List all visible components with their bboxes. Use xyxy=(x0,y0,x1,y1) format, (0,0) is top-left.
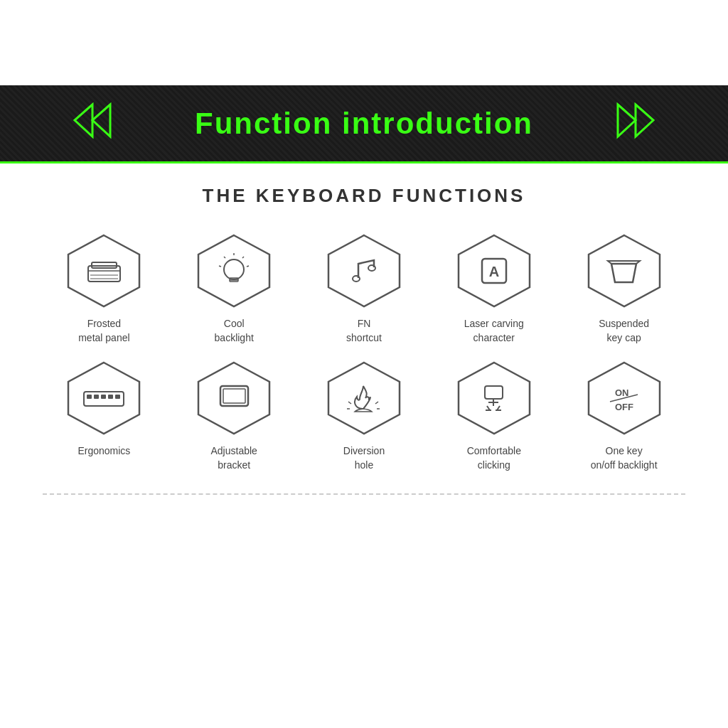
feature-label-frosted-metal: Frostedmetal panel xyxy=(78,317,129,345)
content-area: THE KEYBOARD FUNCTIONS Frostedmetal pane… xyxy=(0,164,728,509)
section-title: THE KEYBOARD FUNCTIONS xyxy=(43,185,685,207)
divider-line xyxy=(43,493,685,495)
svg-marker-2 xyxy=(618,105,636,136)
svg-point-20 xyxy=(353,276,360,282)
svg-marker-1 xyxy=(92,105,110,136)
feature-label-one-key-onoff: One keyon/off backlight xyxy=(591,444,658,472)
left-arrow-icon xyxy=(71,101,121,146)
svg-rect-29 xyxy=(94,395,99,399)
feature-comfortable-clicking: Comfortableclicking xyxy=(432,359,555,472)
features-grid: Frostedmetal panel xyxy=(43,232,685,472)
svg-marker-3 xyxy=(636,105,653,136)
feature-ergonomics: Ergonomics xyxy=(43,359,166,472)
feature-adjustable-bracket: Adjustablebracket xyxy=(173,359,296,472)
svg-rect-28 xyxy=(87,395,92,399)
page-title: Function introduction xyxy=(195,107,533,141)
feature-frosted-metal: Frostedmetal panel xyxy=(43,232,166,345)
svg-marker-0 xyxy=(75,105,92,136)
feature-suspended-key: Suspendedkey cap xyxy=(562,232,685,345)
svg-rect-31 xyxy=(108,395,113,399)
top-white-bar xyxy=(0,0,728,85)
feature-laser-carving: A Laser carvingcharacter xyxy=(432,232,555,345)
feature-label-laser-carving: Laser carvingcharacter xyxy=(464,317,524,345)
svg-line-18 xyxy=(219,266,221,267)
hexagon-ergonomics xyxy=(61,359,146,437)
hexagon-laser-carving: A xyxy=(451,232,537,310)
svg-text:OFF: OFF xyxy=(615,402,633,412)
feature-label-fn-shortcut: FNshortcut xyxy=(346,317,382,345)
right-arrow-icon xyxy=(607,101,657,146)
hexagon-diversion-hole xyxy=(321,359,407,437)
svg-point-11 xyxy=(224,259,244,279)
svg-rect-42 xyxy=(485,386,503,399)
svg-line-17 xyxy=(224,257,225,258)
hexagon-fn-shortcut xyxy=(321,232,407,310)
hexagon-one-key-onoff: ON OFF xyxy=(582,359,667,437)
svg-rect-35 xyxy=(223,389,245,403)
hexagon-comfortable-clicking xyxy=(451,359,537,437)
feature-diversion-hole: Diversionhole xyxy=(303,359,426,472)
header-banner: Function introduction xyxy=(0,85,728,164)
hexagon-frosted-metal xyxy=(61,232,146,310)
svg-line-38 xyxy=(375,402,378,404)
feature-label-comfortable-clicking: Comfortableclicking xyxy=(467,444,521,472)
feature-label-ergonomics: Ergonomics xyxy=(77,444,130,459)
feature-cool-backlight: Coolbacklight xyxy=(173,232,296,345)
hexagon-adjustable-bracket xyxy=(191,359,277,437)
svg-line-15 xyxy=(242,257,244,258)
svg-text:A: A xyxy=(489,264,499,279)
svg-rect-32 xyxy=(115,395,120,399)
hexagon-suspended-key xyxy=(582,232,667,310)
feature-label-diversion-hole: Diversionhole xyxy=(343,444,385,472)
feature-label-cool-backlight: Coolbacklight xyxy=(215,317,254,345)
svg-line-37 xyxy=(348,402,351,404)
svg-point-21 xyxy=(368,265,375,271)
hexagon-cool-backlight xyxy=(191,232,277,310)
feature-label-suspended-key: Suspendedkey cap xyxy=(599,317,649,345)
feature-fn-shortcut: FNshortcut xyxy=(303,232,426,345)
feature-label-adjustable-bracket: Adjustablebracket xyxy=(211,444,257,472)
feature-one-key-onoff: ON OFF One keyon/off backlight xyxy=(562,359,685,472)
svg-rect-30 xyxy=(101,395,106,399)
svg-line-16 xyxy=(247,266,249,267)
svg-text:ON: ON xyxy=(615,387,629,398)
